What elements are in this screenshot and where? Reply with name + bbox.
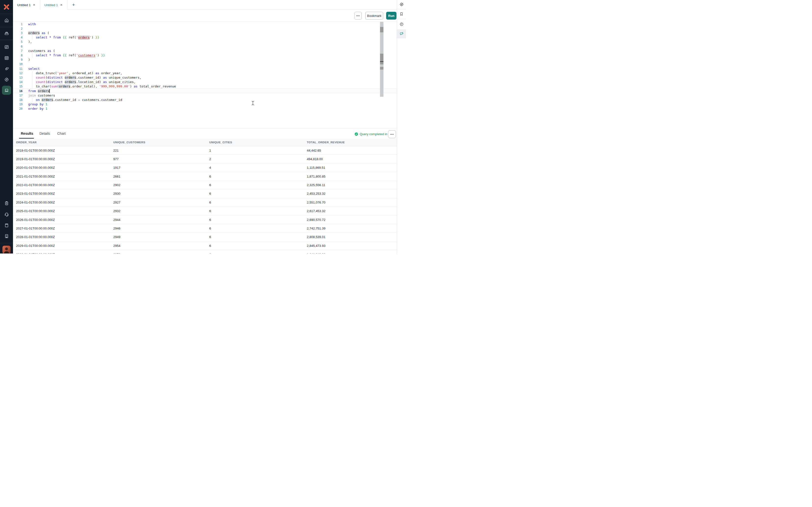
column-header[interactable]: ORDER_YEAR — [16, 138, 37, 146]
code-line[interactable]: 1with — [13, 22, 397, 26]
sidebar-item-organization[interactable] — [0, 231, 13, 241]
user-avatar[interactable] — [2, 246, 10, 253]
code-line[interactable]: 20order by 1 — [13, 107, 397, 111]
table-row[interactable]: 2020-01-01T00:00:00.000Z191741,115,869.5… — [13, 163, 397, 172]
sidebar-divider — [0, 27, 13, 27]
code-line[interactable]: 19group by 1 — [13, 102, 397, 107]
code-line[interactable]: 6 — [13, 44, 397, 49]
panel-item-bookmarks[interactable] — [397, 9, 406, 19]
code-line[interactable]: 16from orders — [13, 89, 397, 93]
tab-label: Untitled 1 — [44, 3, 58, 7]
tab-chart[interactable]: Chart — [57, 128, 66, 138]
table-row[interactable]: 2025-01-01T00:00:00.000Z293262,617,453.3… — [13, 207, 397, 215]
sql-editor[interactable]: 1with23orders as (4 select * from {{ ref… — [13, 22, 397, 128]
sidebar-item-layout[interactable] — [0, 42, 13, 52]
table-row[interactable]: 2023-01-01T00:00:00.000Z293062,453,253.3… — [13, 189, 397, 198]
hex-logo[interactable] — [0, 0, 13, 14]
table-row[interactable]: 2021-01-01T00:00:00.000Z266161,871,800.8… — [13, 172, 397, 181]
table-row[interactable]: 2028-01-01T00:00:00.000Z294962,808,539.0… — [13, 233, 397, 241]
table-row[interactable]: 2019-01-01T00:00:00.000Z9772494,818.00 — [13, 155, 397, 163]
left-sidebar — [0, 0, 13, 253]
sidebar-divider — [0, 40, 13, 40]
column-header[interactable]: UNIQUE_CITIES — [209, 138, 232, 146]
sidebar-item-archive[interactable] — [0, 29, 13, 38]
results-panel: Results Details Chart Query completed in… — [13, 128, 397, 253]
code-line[interactable]: 11select — [13, 67, 397, 71]
code-line[interactable]: 7customers as ( — [13, 49, 397, 53]
run-button[interactable]: Run — [386, 12, 397, 19]
table-cell: 2,690,570.72 — [307, 216, 325, 224]
scrollbar-thumb[interactable] — [380, 54, 384, 61]
table-cell: 6 — [209, 181, 211, 189]
code-line[interactable]: 8 select * from {{ ref('customers') }} — [13, 53, 397, 58]
query-status: Query completed in 4s — [360, 132, 392, 136]
sidebar-item-docs[interactable] — [0, 220, 13, 230]
sidebar-item-support[interactable] — [0, 210, 13, 219]
close-icon[interactable]: ✕ — [33, 3, 35, 6]
table-cell: 2,617,453.32 — [307, 207, 325, 215]
close-icon[interactable]: ✕ — [60, 3, 62, 6]
tab-untitled-1[interactable]: Untitled 1 ✕ — [13, 0, 40, 10]
windows-icon — [4, 66, 9, 71]
check-circle-icon — [355, 132, 358, 136]
table-row[interactable]: 2029-01-01T00:00:00.000Z295462,845,473.9… — [13, 241, 397, 250]
sidebar-item-home[interactable] — [0, 15, 13, 25]
tab-label: Untitled 1 — [17, 3, 31, 7]
table-cell: 1 — [209, 146, 211, 155]
table-row[interactable]: 2022-01-01T00:00:00.000Z290262,325,556.1… — [13, 181, 397, 189]
editor-scrollbar[interactable] — [380, 22, 384, 97]
right-sidebar — [397, 0, 406, 253]
tab-untitled-2[interactable]: Untitled 1 ✕ — [40, 0, 67, 10]
code-line[interactable]: 15 to_char(sum(orders.order_total), '999… — [13, 84, 397, 89]
column-header[interactable]: UNIQUE_CUSTOMERS — [113, 138, 145, 146]
tab-details[interactable]: Details — [40, 128, 50, 138]
code-line[interactable]: 3orders as ( — [13, 31, 397, 35]
tab-results[interactable]: Results — [21, 128, 33, 138]
home-icon — [4, 18, 9, 23]
line-number: 8 — [13, 53, 22, 58]
bookmark-button[interactable]: Bookmark — [365, 12, 383, 19]
table-cell: 44,442.65 — [307, 146, 321, 155]
code-line[interactable]: 18 on orders.customer_id = customers.cus… — [13, 98, 397, 102]
hex-logo-icon — [3, 4, 10, 10]
panel-item-history[interactable] — [397, 19, 406, 30]
column-header[interactable]: TOTAL_ORDER_REVENUE — [307, 138, 345, 146]
table-cell: 6 — [209, 241, 211, 250]
sidebar-item-code[interactable] — [0, 53, 13, 63]
table-row[interactable]: 2027-01-01T00:00:00.000Z294662,742,751.3… — [13, 224, 397, 233]
table-cell: 2902 — [113, 181, 120, 189]
code-line[interactable]: 2 — [13, 26, 397, 31]
table-cell: 2019-01-01T00:00:00.000Z — [16, 155, 55, 163]
sidebar-item-changelog[interactable] — [0, 199, 13, 208]
table-cell: 2927 — [113, 198, 120, 207]
book-icon — [4, 223, 9, 228]
more-options-button[interactable]: ••• — [355, 12, 362, 19]
table-row[interactable]: 2030-01-01T00:00:00.000Z287961,841,049.3… — [13, 250, 397, 253]
code-line[interactable]: 12 date_trunc('year', ordered_at) as ord… — [13, 71, 397, 75]
layout-grid-icon — [4, 45, 9, 50]
results-more-button[interactable]: ••• — [388, 130, 396, 138]
code-line[interactable]: 10 — [13, 62, 397, 66]
new-tab-button[interactable]: + — [70, 0, 77, 10]
line-number: 18 — [13, 98, 22, 102]
code-line[interactable]: 13 count(distinct orders.customer_id) as… — [13, 75, 397, 80]
table-cell: 2,808,539.01 — [307, 233, 325, 241]
code-line[interactable]: 5), — [13, 40, 397, 44]
code-line[interactable]: 17join customers — [13, 93, 397, 98]
panel-item-explore[interactable] — [397, 0, 406, 9]
line-number: 12 — [13, 71, 22, 75]
tab-bar: Untitled 1 ✕ Untitled 1 ✕ + — [13, 0, 397, 10]
table-row[interactable]: 2024-01-01T00:00:00.000Z292762,551,076.7… — [13, 198, 397, 207]
table-row[interactable]: 2026-01-01T00:00:00.000Z294462,690,570.7… — [13, 216, 397, 224]
code-line[interactable]: 9) — [13, 58, 397, 62]
line-number: 4 — [13, 35, 22, 40]
sidebar-item-explore[interactable] — [0, 75, 13, 84]
table-row[interactable]: 2018-01-01T00:00:00.000Z221144,442.65 — [13, 146, 397, 155]
sidebar-item-apps[interactable] — [0, 64, 13, 74]
table-cell: 221 — [113, 146, 119, 155]
panel-item-ai-chat-active[interactable] — [397, 30, 406, 38]
scrollbar-thumb[interactable] — [380, 27, 384, 32]
sidebar-item-compute-active[interactable] — [2, 86, 11, 95]
code-line[interactable]: 4 select * from {{ ref('orders') }} — [13, 35, 397, 40]
code-line[interactable]: 14 count(distinct orders.location_id) as… — [13, 80, 397, 84]
